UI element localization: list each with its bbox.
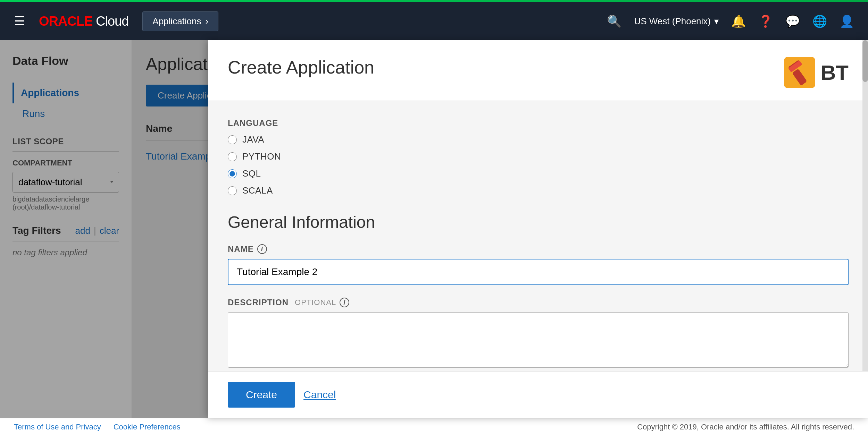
footer-links: Terms of Use and Privacy Cookie Preferen… [14,423,181,432]
language-sql-radio[interactable] [228,169,237,178]
oracle-dataflow-logo-icon [784,57,815,88]
language-python-radio[interactable] [228,152,237,161]
scroll-thumb[interactable] [862,40,868,82]
language-java-radio[interactable] [228,135,237,144]
help-icon[interactable]: ❓ [758,14,773,28]
language-globe-icon[interactable]: 🌐 [812,14,827,28]
language-radio-group: JAVA PYTHON SQL SCALA [228,134,849,196]
hamburger-menu-icon[interactable]: ☰ [14,14,25,28]
notification-bell-icon[interactable]: 🔔 [731,14,746,28]
language-python-option[interactable]: PYTHON [228,151,849,162]
panel-title: Create Application [228,57,374,78]
terms-of-use-link[interactable]: Terms of Use and Privacy [14,423,101,432]
cookie-preferences-link[interactable]: Cookie Preferences [114,423,181,432]
language-python-label: PYTHON [242,151,281,162]
general-info-title: General Information [228,213,849,232]
optional-text: OPTIONAL [295,298,336,307]
panel-body: LANGUAGE JAVA PYTHON SQL SCALA [208,101,868,418]
description-label-text: DESCRIPTION [228,298,289,307]
description-textarea[interactable] [228,312,849,368]
language-sql-option[interactable]: SQL [228,168,849,179]
chat-icon[interactable]: 💬 [785,14,800,28]
language-section-label: LANGUAGE [228,118,849,128]
name-input[interactable] [228,259,849,285]
panel-logo: BT [784,57,849,88]
language-scala-label: SCALA [242,185,273,196]
panel-footer: Create Cancel [208,371,868,418]
name-field-label: NAME i [228,244,849,254]
region-chevron-icon: ▾ [714,16,719,27]
copyright-text: Copyright © 2019, Oracle and/or its affi… [637,423,854,432]
language-java-label: JAVA [242,134,264,145]
main-layout: Data Flow Applications Runs List Scope C… [0,40,868,418]
oracle-logo: ORACLE Cloud [39,14,128,29]
name-info-icon[interactable]: i [257,244,267,254]
region-label: US West (Phoenix) [634,16,711,27]
region-selector[interactable]: US West (Phoenix) ▾ [634,16,719,27]
create-application-panel: Create Application BT LANGUAGE [208,40,868,418]
breadcrumb-label: Applications [152,16,201,27]
user-profile-icon[interactable]: 👤 [840,14,854,28]
create-submit-button[interactable]: Create [228,382,295,408]
scrollbar[interactable] [862,40,868,418]
page-footer: Terms of Use and Privacy Cookie Preferen… [0,418,868,435]
cancel-button[interactable]: Cancel [303,389,336,401]
language-scala-option[interactable]: SCALA [228,185,849,196]
language-scala-radio[interactable] [228,186,237,195]
description-info-icon[interactable]: i [340,298,349,307]
panel-logo-text: BT [821,61,849,85]
panel-header: Create Application BT [208,40,868,101]
top-navigation: ☰ ORACLE Cloud Applications › 🔍 US West … [0,2,868,40]
breadcrumb-applications-button[interactable]: Applications › [142,11,218,31]
description-field-label: DESCRIPTION OPTIONAL i [228,298,849,307]
name-label-text: NAME [228,244,254,254]
breadcrumb-arrow-icon: › [206,16,209,27]
language-sql-label: SQL [242,168,261,179]
search-icon[interactable]: 🔍 [607,14,621,28]
language-java-option[interactable]: JAVA [228,134,849,145]
